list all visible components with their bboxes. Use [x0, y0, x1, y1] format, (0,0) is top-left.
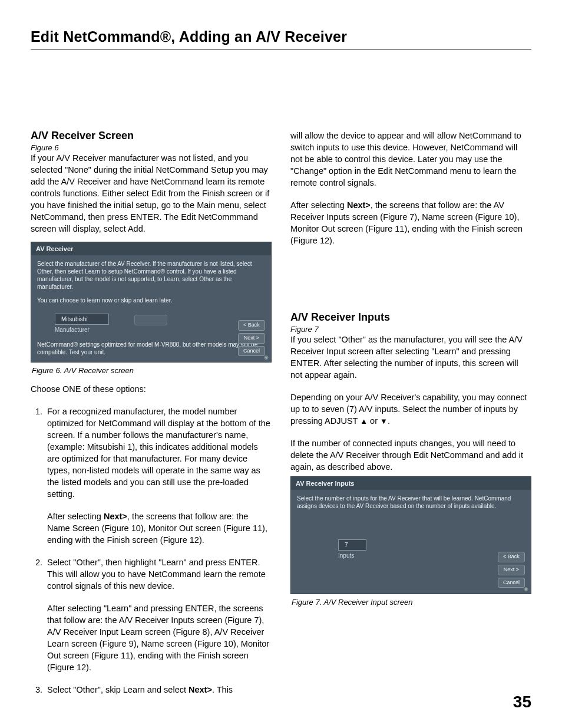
right-continuation: will allow the device to appear and will… [290, 130, 531, 189]
down-arrow-icon: ▼ [380, 417, 388, 426]
cancel-button[interactable]: Cancel [238, 346, 265, 357]
shot1-text1: Select the manufacturer of the AV Receiv… [37, 260, 265, 291]
next-button-2[interactable]: Next > [498, 565, 525, 575]
shot1-footer: NetCommand® settings optimized for model… [37, 341, 265, 356]
right-column: will allow the device to appear and will… [290, 130, 531, 696]
inputs-label: Inputs [338, 552, 354, 559]
av-receiver-screen-heading: A/V Receiver Screen [31, 130, 272, 142]
two-columns: A/V Receiver Screen Figure 6 If your A/V… [31, 130, 531, 696]
manufacturer-field[interactable]: Mitsubishi [55, 314, 109, 325]
figure6-ref: Figure 6 [31, 143, 272, 152]
right-p2: Depending on your A/V Receiver's capabil… [290, 391, 531, 427]
page-title: Edit NetCommand®, Adding an A/V Receiver [31, 28, 531, 45]
option-2-text: Select "Other", then highlight "Learn" a… [47, 558, 266, 591]
learn-button-disabled [134, 315, 167, 325]
option-2: Select "Other", then highlight "Learn" a… [45, 556, 272, 673]
shot1-text2: You can choose to learn now or skip and … [37, 297, 265, 304]
av-receiver-inputs-heading: A/V Receiver Inputs [290, 311, 531, 324]
corner-icon: ◉ [264, 354, 269, 361]
figure7-ref: Figure 7 [290, 325, 531, 334]
choose-one: Choose ONE of these options: [31, 383, 272, 395]
figure6-screenshot: AV Receiver Select the manufacturer of t… [31, 242, 272, 363]
back-button[interactable]: < Back [238, 320, 265, 331]
up-arrow-icon: ▲ [360, 417, 368, 426]
figure6-caption: Figure 6. A/V Receiver screen [32, 366, 272, 375]
option-1: For a recognized manufacturer, the model… [45, 406, 272, 546]
page-number: 35 [513, 693, 531, 711]
shot2-title: AV Receiver Inputs [291, 477, 531, 490]
option-2-after: After selecting "Learn" and pressing ENT… [47, 602, 272, 673]
manufacturer-label: Manufacturer [55, 327, 90, 333]
option-1-after: After selecting Next>, the screens that … [47, 510, 272, 546]
next-button[interactable]: Next > [238, 333, 265, 344]
cancel-button-2[interactable]: Cancel [498, 578, 525, 588]
corner-icon-2: ◉ [524, 586, 528, 593]
figure7-screenshot: AV Receiver Inputs Select the number of … [290, 476, 531, 594]
right-after-next: After selecting Next>, the screens that … [290, 199, 531, 246]
shot2-text1: Select the number of inputs for the AV R… [297, 495, 525, 510]
left-column: A/V Receiver Screen Figure 6 If your A/V… [31, 130, 272, 696]
inputs-field[interactable]: 7 [338, 539, 366, 551]
option-1-text: For a recognized manufacturer, the model… [47, 407, 270, 499]
option-3: Select "Other", skip Learn and select Ne… [45, 684, 272, 696]
title-rule [31, 49, 531, 50]
figure7-caption: Figure 7. A/V Receiver Input screen [292, 598, 531, 607]
shot1-title: AV Receiver [31, 242, 271, 255]
right-p1: If you select "Other" as the manufacture… [290, 334, 531, 381]
left-intro: If your A/V Receiver manufacturer was no… [31, 152, 272, 235]
right-p3: If the number of connected inputs change… [290, 437, 531, 473]
back-button-2[interactable]: < Back [498, 552, 525, 562]
